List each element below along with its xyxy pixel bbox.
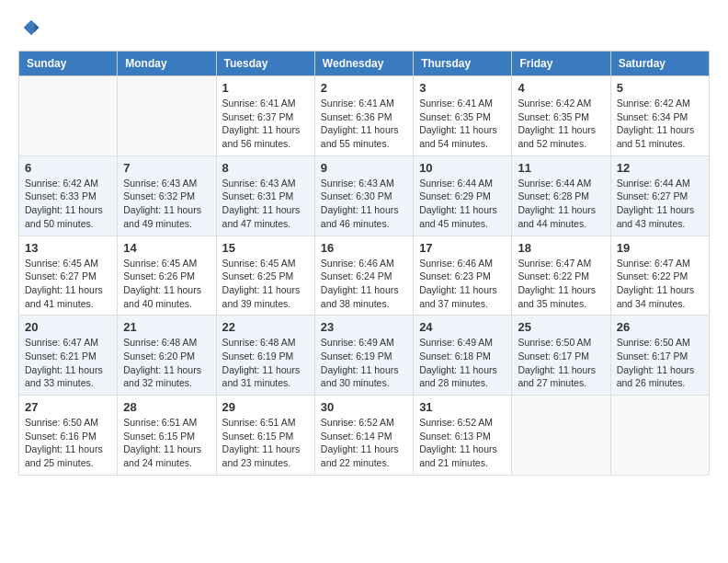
day-number: 25 [518,320,604,334]
day-number: 29 [222,400,309,414]
day-info: Sunrise: 6:45 AM Sunset: 6:26 PM Dayligh… [123,257,210,311]
calendar-cell [610,396,709,476]
day-info: Sunrise: 6:52 AM Sunset: 6:14 PM Dayligh… [321,416,407,470]
day-number: 11 [518,161,604,175]
day-number: 3 [419,81,506,95]
calendar-cell [19,76,118,156]
calendar-cell: 18Sunrise: 6:47 AM Sunset: 6:22 PM Dayli… [512,236,610,316]
weekday-header: Monday [118,52,216,76]
day-info: Sunrise: 6:50 AM Sunset: 6:17 PM Dayligh… [518,336,604,390]
calendar-cell: 10Sunrise: 6:44 AM Sunset: 6:29 PM Dayli… [414,155,512,236]
day-number: 14 [123,241,210,255]
calendar-cell: 20Sunrise: 6:47 AM Sunset: 6:21 PM Dayli… [19,316,118,396]
calendar-cell: 14Sunrise: 6:45 AM Sunset: 6:26 PM Dayli… [118,236,216,316]
day-number: 16 [321,241,407,255]
calendar-cell: 6Sunrise: 6:42 AM Sunset: 6:33 PM Daylig… [19,155,118,236]
day-info: Sunrise: 6:47 AM Sunset: 6:21 PM Dayligh… [25,336,111,390]
day-number: 15 [222,241,309,255]
day-info: Sunrise: 6:52 AM Sunset: 6:13 PM Dayligh… [419,416,506,470]
calendar-cell: 4Sunrise: 6:42 AM Sunset: 6:35 PM Daylig… [512,76,610,156]
day-info: Sunrise: 6:42 AM Sunset: 6:34 PM Dayligh… [617,97,703,151]
day-number: 13 [25,241,111,255]
calendar-cell: 13Sunrise: 6:45 AM Sunset: 6:27 PM Dayli… [19,236,118,316]
day-info: Sunrise: 6:47 AM Sunset: 6:22 PM Dayligh… [518,257,604,311]
logo [18,18,40,37]
day-number: 1 [222,81,309,95]
day-info: Sunrise: 6:43 AM Sunset: 6:31 PM Dayligh… [222,177,309,231]
day-number: 20 [25,320,111,334]
calendar-cell: 30Sunrise: 6:52 AM Sunset: 6:14 PM Dayli… [314,396,413,476]
calendar-week-row: 6Sunrise: 6:42 AM Sunset: 6:33 PM Daylig… [19,155,710,236]
logo-icon [22,18,40,37]
calendar-cell: 12Sunrise: 6:44 AM Sunset: 6:27 PM Dayli… [610,155,709,236]
day-info: Sunrise: 6:42 AM Sunset: 6:33 PM Dayligh… [25,177,111,231]
day-number: 4 [518,81,604,95]
day-info: Sunrise: 6:41 AM Sunset: 6:36 PM Dayligh… [321,97,407,151]
calendar-table: SundayMondayTuesdayWednesdayThursdayFrid… [18,51,710,476]
calendar-cell: 17Sunrise: 6:46 AM Sunset: 6:23 PM Dayli… [414,236,512,316]
weekday-header: Wednesday [314,52,413,76]
day-info: Sunrise: 6:50 AM Sunset: 6:16 PM Dayligh… [25,416,111,470]
calendar-cell: 5Sunrise: 6:42 AM Sunset: 6:34 PM Daylig… [610,76,709,156]
day-info: Sunrise: 6:41 AM Sunset: 6:37 PM Dayligh… [222,97,309,151]
calendar-cell: 7Sunrise: 6:43 AM Sunset: 6:32 PM Daylig… [118,155,216,236]
day-number: 9 [321,161,407,175]
day-number: 28 [123,400,210,414]
day-info: Sunrise: 6:46 AM Sunset: 6:24 PM Dayligh… [321,257,407,311]
calendar-cell: 2Sunrise: 6:41 AM Sunset: 6:36 PM Daylig… [314,76,413,156]
calendar-cell: 27Sunrise: 6:50 AM Sunset: 6:16 PM Dayli… [19,396,118,476]
day-number: 24 [419,320,506,334]
calendar-cell: 15Sunrise: 6:45 AM Sunset: 6:25 PM Dayli… [216,236,314,316]
weekday-header: Friday [512,52,610,76]
day-number: 30 [321,400,407,414]
day-info: Sunrise: 6:45 AM Sunset: 6:27 PM Dayligh… [25,257,111,311]
day-number: 22 [222,320,309,334]
calendar-cell: 23Sunrise: 6:49 AM Sunset: 6:19 PM Dayli… [314,316,413,396]
calendar-week-row: 20Sunrise: 6:47 AM Sunset: 6:21 PM Dayli… [19,316,710,396]
day-number: 8 [222,161,309,175]
calendar-cell: 31Sunrise: 6:52 AM Sunset: 6:13 PM Dayli… [414,396,512,476]
day-number: 23 [321,320,407,334]
calendar-cell [118,76,216,156]
calendar-week-row: 27Sunrise: 6:50 AM Sunset: 6:16 PM Dayli… [19,396,710,476]
day-number: 26 [617,320,703,334]
day-number: 12 [617,161,703,175]
calendar-cell: 19Sunrise: 6:47 AM Sunset: 6:22 PM Dayli… [610,236,709,316]
day-number: 27 [25,400,111,414]
day-info: Sunrise: 6:50 AM Sunset: 6:17 PM Dayligh… [617,336,703,390]
weekday-header: Thursday [414,52,512,76]
day-number: 6 [25,161,111,175]
calendar-cell: 24Sunrise: 6:49 AM Sunset: 6:18 PM Dayli… [414,316,512,396]
day-info: Sunrise: 6:44 AM Sunset: 6:29 PM Dayligh… [419,177,506,231]
calendar-cell: 8Sunrise: 6:43 AM Sunset: 6:31 PM Daylig… [216,155,314,236]
day-number: 5 [617,81,703,95]
day-info: Sunrise: 6:49 AM Sunset: 6:18 PM Dayligh… [419,336,506,390]
day-info: Sunrise: 6:46 AM Sunset: 6:23 PM Dayligh… [419,257,506,311]
day-info: Sunrise: 6:44 AM Sunset: 6:28 PM Dayligh… [518,177,604,231]
calendar-cell: 25Sunrise: 6:50 AM Sunset: 6:17 PM Dayli… [512,316,610,396]
day-info: Sunrise: 6:49 AM Sunset: 6:19 PM Dayligh… [321,336,407,390]
day-info: Sunrise: 6:48 AM Sunset: 6:20 PM Dayligh… [123,336,210,390]
day-info: Sunrise: 6:48 AM Sunset: 6:19 PM Dayligh… [222,336,309,390]
calendar-cell: 28Sunrise: 6:51 AM Sunset: 6:15 PM Dayli… [118,396,216,476]
calendar-cell: 21Sunrise: 6:48 AM Sunset: 6:20 PM Dayli… [118,316,216,396]
day-number: 19 [617,241,703,255]
calendar-cell: 16Sunrise: 6:46 AM Sunset: 6:24 PM Dayli… [314,236,413,316]
calendar-cell: 26Sunrise: 6:50 AM Sunset: 6:17 PM Dayli… [610,316,709,396]
day-number: 18 [518,241,604,255]
weekday-header: Sunday [19,52,118,76]
day-number: 7 [123,161,210,175]
day-info: Sunrise: 6:51 AM Sunset: 6:15 PM Dayligh… [222,416,309,470]
day-number: 17 [419,241,506,255]
calendar-cell: 3Sunrise: 6:41 AM Sunset: 6:35 PM Daylig… [414,76,512,156]
weekday-header: Tuesday [216,52,314,76]
day-info: Sunrise: 6:45 AM Sunset: 6:25 PM Dayligh… [222,257,309,311]
calendar-cell [512,396,610,476]
svg-marker-1 [34,23,39,32]
day-info: Sunrise: 6:51 AM Sunset: 6:15 PM Dayligh… [123,416,210,470]
calendar-header-row: SundayMondayTuesdayWednesdayThursdayFrid… [19,52,710,76]
day-info: Sunrise: 6:44 AM Sunset: 6:27 PM Dayligh… [617,177,703,231]
day-number: 21 [123,320,210,334]
calendar-week-row: 1Sunrise: 6:41 AM Sunset: 6:37 PM Daylig… [19,76,710,156]
day-info: Sunrise: 6:47 AM Sunset: 6:22 PM Dayligh… [617,257,703,311]
